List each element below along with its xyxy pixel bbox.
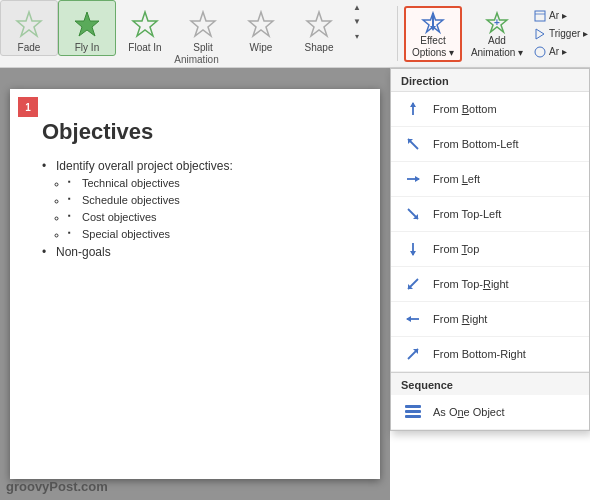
svg-marker-3 [191, 12, 215, 36]
from-bottom-right-icon [401, 342, 425, 366]
direction-from-left[interactable]: From Left [391, 162, 589, 197]
slide-area: 1 Objectives Identify overall project ob… [0, 68, 390, 500]
split-icon [187, 8, 219, 40]
add-animation-icon: + [483, 11, 511, 35]
svg-marker-28 [406, 316, 411, 322]
animation-group-label: Animation [174, 54, 218, 65]
ribbon: Fade Fly In Float In Split [0, 0, 590, 68]
list-item: Schedule objectives [68, 194, 356, 206]
fly-in-icon [71, 8, 103, 40]
animation-scroll-up[interactable]: ▲ ▼ ▾ [350, 0, 364, 56]
direction-from-bottom-left[interactable]: From Bottom-Left [391, 127, 589, 162]
from-top-right-label: From Top-Right [433, 278, 509, 290]
slide-title: Objectives [42, 119, 356, 145]
from-top-right-icon [401, 272, 425, 296]
anim-float-in[interactable]: Float In [116, 0, 174, 56]
animation-group: Fade Fly In Float In Split [0, 0, 393, 67]
add-animation-label: Add Animation ▾ [471, 35, 523, 59]
fade-icon [13, 8, 45, 40]
svg-marker-24 [410, 251, 416, 256]
svg-marker-1 [75, 12, 99, 36]
svg-rect-33 [405, 415, 421, 418]
effect-options-icon [419, 11, 447, 35]
from-left-label: From Left [433, 173, 480, 185]
float-in-icon [129, 8, 161, 40]
from-bottom-right-label: From Bottom-Right [433, 348, 526, 360]
watermark: groovyPost.com [6, 479, 108, 494]
sub-list: Technical objectives Schedule objectives… [56, 177, 356, 240]
svg-marker-5 [307, 12, 331, 36]
sequence-section-title: Sequence [391, 372, 589, 395]
animation-painter-button[interactable]: Ar▸ [532, 44, 569, 60]
list-item: Non-goals [42, 245, 356, 259]
from-right-icon [401, 307, 425, 331]
list-item: Special objectives [68, 228, 356, 240]
from-left-icon [401, 167, 425, 191]
direction-from-top-right[interactable]: From Top-Right [391, 267, 589, 302]
svg-marker-0 [17, 12, 41, 36]
anim-float-in-label: Float In [128, 42, 161, 53]
svg-text:+: + [494, 17, 500, 28]
anim-shape-label: Shape [305, 42, 334, 53]
sequence-as-one-object[interactable]: As One Object [391, 395, 589, 430]
list-item: Cost objectives [68, 211, 356, 223]
direction-from-right[interactable]: From Right [391, 302, 589, 337]
ribbon-divider-1 [397, 6, 398, 61]
direction-from-bottom-right[interactable]: From Bottom-Right [391, 337, 589, 372]
effect-options-label: Effect Options ▾ [412, 35, 454, 59]
anim-fade-label: Fade [18, 42, 41, 53]
svg-rect-11 [535, 11, 545, 21]
list-item: Technical objectives [68, 177, 356, 189]
anim-split[interactable]: Split [174, 0, 232, 56]
anim-shape[interactable]: Shape [290, 0, 348, 56]
direction-section-title: Direction [391, 69, 589, 92]
anim-split-label: Split [193, 42, 212, 53]
shape-icon [303, 8, 335, 40]
ribbon-extra: Ar▸ Trigger▸ Ar▸ [530, 0, 590, 67]
svg-marker-16 [410, 102, 416, 107]
svg-marker-13 [536, 29, 544, 39]
anim-wipe[interactable]: Wipe [232, 0, 290, 56]
direction-from-bottom[interactable]: From Bottom [391, 92, 589, 127]
wipe-icon [245, 8, 277, 40]
from-bottom-left-label: From Bottom-Left [433, 138, 519, 150]
as-one-object-label: As One Object [433, 406, 505, 418]
as-one-object-icon [401, 400, 425, 424]
from-top-left-icon [401, 202, 425, 226]
svg-marker-20 [415, 176, 420, 182]
animation-pane-button[interactable]: Ar▸ [532, 8, 569, 24]
anim-fly-in-label: Fly In [75, 42, 99, 53]
direction-from-top-left[interactable]: From Top-Left [391, 197, 589, 232]
svg-point-14 [535, 47, 545, 57]
svg-rect-32 [405, 410, 421, 413]
slide-content: Objectives Identify overall project obje… [10, 89, 380, 280]
effect-options-dropdown: Direction From Bottom From Bottom-Left [390, 68, 590, 431]
trigger-button[interactable]: Trigger▸ [532, 26, 590, 42]
from-top-icon [401, 237, 425, 261]
from-bottom-label: From Bottom [433, 103, 497, 115]
slide-bullets: Identify overall project objectives: Tec… [42, 159, 356, 259]
slide: 1 Objectives Identify overall project ob… [10, 89, 380, 479]
from-bottom-left-icon [401, 132, 425, 156]
from-bottom-icon [401, 97, 425, 121]
slide-number: 1 [18, 97, 38, 117]
from-top-left-label: From Top-Left [433, 208, 501, 220]
anim-fade[interactable]: Fade [0, 0, 58, 56]
svg-marker-2 [133, 12, 157, 36]
effect-options-button[interactable]: Effect Options ▾ [404, 6, 462, 62]
anim-wipe-label: Wipe [250, 42, 273, 53]
add-animation-button[interactable]: + Add Animation ▾ [466, 6, 528, 62]
svg-rect-31 [405, 405, 421, 408]
from-top-label: From Top [433, 243, 479, 255]
direction-from-top[interactable]: From Top [391, 232, 589, 267]
from-right-label: From Right [433, 313, 487, 325]
svg-marker-4 [249, 12, 273, 36]
anim-fly-in[interactable]: Fly In [58, 0, 116, 56]
list-item: Identify overall project objectives: Tec… [42, 159, 356, 240]
